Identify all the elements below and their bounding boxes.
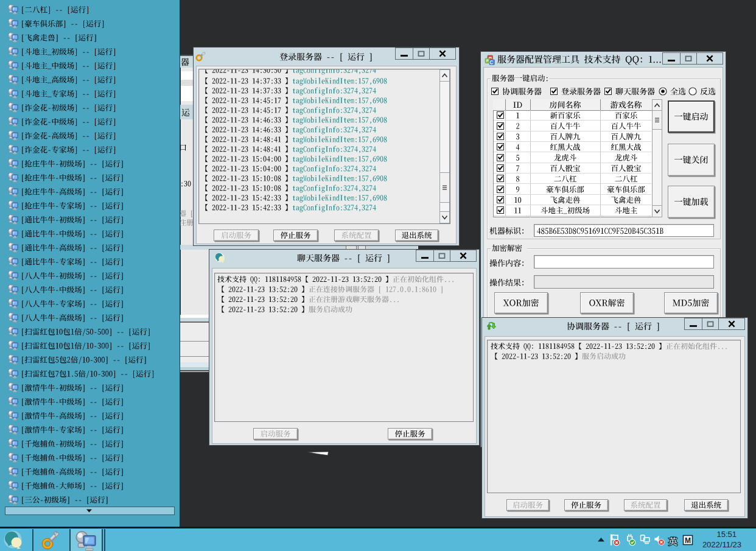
svg-text:2022/11/23: 2022/11/23 bbox=[702, 540, 741, 549]
svg-text:M: M bbox=[685, 536, 691, 545]
svg-text:15:51: 15:51 bbox=[716, 530, 737, 539]
